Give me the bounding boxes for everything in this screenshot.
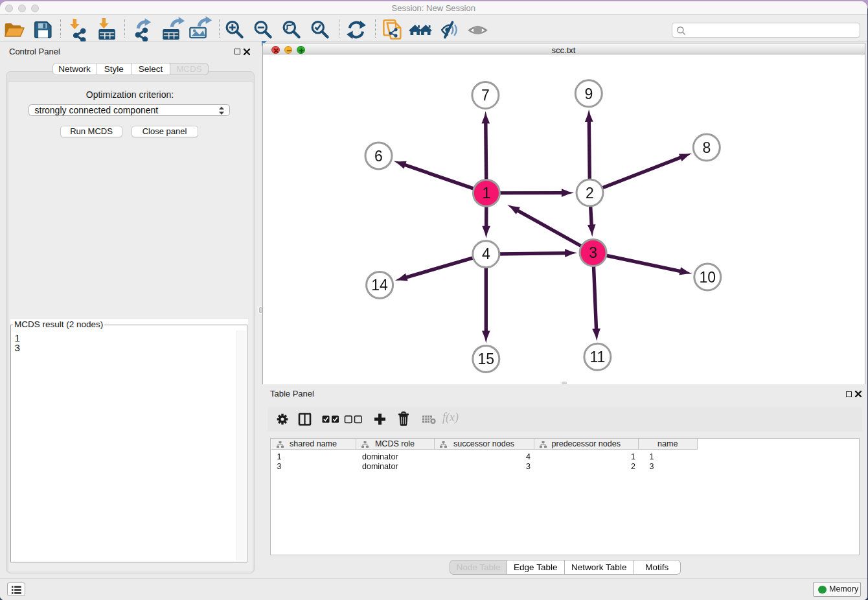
svg-text:10: 10 bbox=[699, 268, 716, 285]
svg-text:2: 2 bbox=[586, 184, 594, 201]
svg-text:4: 4 bbox=[481, 246, 490, 262]
svg-text:8: 8 bbox=[702, 139, 711, 156]
svg-text:14: 14 bbox=[371, 277, 388, 294]
svg-text:7: 7 bbox=[481, 87, 490, 104]
svg-text:9: 9 bbox=[584, 85, 593, 102]
svg-text:3: 3 bbox=[589, 244, 597, 261]
svg-text:6: 6 bbox=[374, 147, 383, 164]
svg-text:11: 11 bbox=[589, 349, 605, 365]
svg-text:15: 15 bbox=[477, 351, 494, 367]
svg-text:1: 1 bbox=[482, 185, 490, 202]
